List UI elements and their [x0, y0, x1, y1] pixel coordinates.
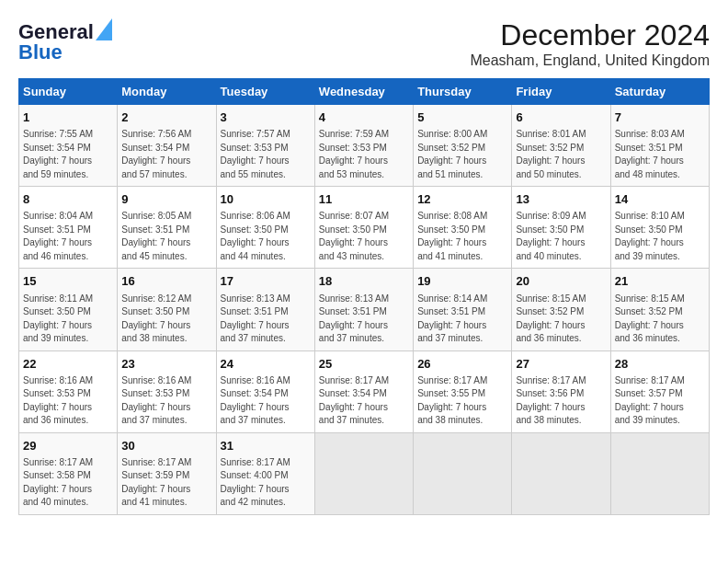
day-number: 7: [615, 109, 705, 126]
day-info: Sunrise: 7:57 AMSunset: 3:53 PMDaylight:…: [221, 128, 311, 181]
day-info: Sunrise: 8:07 AMSunset: 3:50 PMDaylight:…: [319, 210, 409, 263]
calendar-day-cell: 23Sunrise: 8:16 AMSunset: 3:53 PMDayligh…: [118, 350, 216, 432]
day-number: 11: [319, 191, 409, 208]
day-number: 13: [516, 191, 606, 208]
calendar-day-cell: 31Sunrise: 8:17 AMSunset: 4:00 PMDayligh…: [216, 432, 314, 514]
day-number: 27: [516, 356, 606, 373]
calendar-week-row: 29Sunrise: 8:17 AMSunset: 3:58 PMDayligh…: [19, 432, 710, 514]
day-info: Sunrise: 8:13 AMSunset: 3:51 PMDaylight:…: [221, 293, 311, 346]
day-number: 18: [319, 273, 409, 290]
calendar-header: SundayMondayTuesdayWednesdayThursdayFrid…: [19, 79, 710, 105]
day-info: Sunrise: 8:05 AMSunset: 3:51 PMDaylight:…: [121, 210, 211, 263]
day-number: 2: [121, 109, 211, 126]
logo-blue: Blue: [18, 42, 112, 63]
calendar-day-cell: 25Sunrise: 8:17 AMSunset: 3:54 PMDayligh…: [314, 350, 413, 432]
calendar-day-cell: 22Sunrise: 8:16 AMSunset: 3:53 PMDayligh…: [19, 350, 118, 432]
day-number: 10: [221, 191, 311, 208]
day-info: Sunrise: 8:17 AMSunset: 3:58 PMDaylight:…: [23, 456, 113, 510]
calendar-day-cell: 24Sunrise: 8:16 AMSunset: 3:54 PMDayligh…: [216, 350, 314, 432]
day-info: Sunrise: 8:03 AMSunset: 3:51 PMDaylight:…: [615, 128, 705, 181]
day-number: 25: [319, 356, 409, 373]
day-info: Sunrise: 8:09 AMSunset: 3:50 PMDaylight:…: [516, 210, 606, 263]
page-title: December 2024: [470, 18, 710, 52]
day-info: Sunrise: 8:16 AMSunset: 3:53 PMDaylight:…: [23, 374, 113, 428]
day-info: Sunrise: 8:11 AMSunset: 3:50 PMDaylight:…: [23, 293, 113, 346]
day-number: 17: [221, 273, 311, 290]
day-info: Sunrise: 8:06 AMSunset: 3:50 PMDaylight:…: [221, 210, 311, 263]
day-info: Sunrise: 8:17 AMSunset: 3:55 PMDaylight:…: [417, 374, 507, 428]
day-number: 31: [221, 438, 311, 454]
day-info: Sunrise: 8:15 AMSunset: 3:52 PMDaylight:…: [516, 293, 606, 346]
calendar-day-cell: 27Sunrise: 8:17 AMSunset: 3:56 PMDayligh…: [512, 350, 610, 432]
logo-arrow-icon: [96, 18, 112, 40]
calendar-day-cell: 1Sunrise: 7:55 AMSunset: 3:54 PMDaylight…: [19, 105, 118, 187]
calendar-header-cell: Saturday: [610, 79, 709, 105]
day-info: Sunrise: 8:17 AMSunset: 4:00 PMDaylight:…: [221, 456, 311, 510]
day-number: 23: [121, 356, 211, 373]
calendar-day-cell: 20Sunrise: 8:15 AMSunset: 3:52 PMDayligh…: [512, 269, 610, 350]
day-info: Sunrise: 8:17 AMSunset: 3:56 PMDaylight:…: [516, 374, 606, 428]
calendar-day-cell: 15Sunrise: 8:11 AMSunset: 3:50 PMDayligh…: [19, 269, 118, 350]
day-number: 6: [516, 109, 606, 126]
day-number: 30: [121, 438, 211, 454]
day-info: Sunrise: 8:15 AMSunset: 3:52 PMDaylight:…: [615, 293, 705, 346]
calendar-day-cell: [610, 432, 709, 514]
calendar-day-cell: 6Sunrise: 8:01 AMSunset: 3:52 PMDaylight…: [512, 105, 610, 187]
day-number: 4: [319, 109, 409, 126]
day-info: Sunrise: 8:04 AMSunset: 3:51 PMDaylight:…: [23, 210, 113, 263]
calendar-day-cell: 4Sunrise: 7:59 AMSunset: 3:53 PMDaylight…: [314, 105, 413, 187]
calendar-header-cell: Tuesday: [216, 79, 314, 105]
calendar-day-cell: 8Sunrise: 8:04 AMSunset: 3:51 PMDaylight…: [19, 187, 118, 269]
day-number: 22: [23, 356, 113, 373]
day-info: Sunrise: 8:14 AMSunset: 3:51 PMDaylight:…: [417, 293, 507, 346]
day-number: 28: [615, 356, 705, 373]
calendar-day-cell: 21Sunrise: 8:15 AMSunset: 3:52 PMDayligh…: [610, 269, 709, 350]
calendar-week-row: 15Sunrise: 8:11 AMSunset: 3:50 PMDayligh…: [19, 269, 710, 350]
calendar-day-cell: 10Sunrise: 8:06 AMSunset: 3:50 PMDayligh…: [216, 187, 314, 269]
calendar-day-cell: 14Sunrise: 8:10 AMSunset: 3:50 PMDayligh…: [610, 187, 709, 269]
calendar-day-cell: 5Sunrise: 8:00 AMSunset: 3:52 PMDaylight…: [414, 105, 512, 187]
calendar-week-row: 22Sunrise: 8:16 AMSunset: 3:53 PMDayligh…: [19, 350, 710, 432]
day-info: Sunrise: 7:55 AMSunset: 3:54 PMDaylight:…: [23, 128, 113, 181]
calendar-week-row: 8Sunrise: 8:04 AMSunset: 3:51 PMDaylight…: [19, 187, 710, 269]
day-number: 19: [417, 273, 507, 290]
calendar-week-row: 1Sunrise: 7:55 AMSunset: 3:54 PMDaylight…: [19, 105, 710, 187]
calendar-day-cell: 7Sunrise: 8:03 AMSunset: 3:51 PMDaylight…: [610, 105, 709, 187]
calendar-header-cell: Thursday: [414, 79, 512, 105]
calendar-day-cell: [314, 432, 413, 514]
day-number: 20: [516, 273, 606, 290]
calendar-header-cell: Sunday: [19, 79, 118, 105]
day-info: Sunrise: 8:08 AMSunset: 3:50 PMDaylight:…: [417, 210, 507, 263]
day-info: Sunrise: 8:12 AMSunset: 3:50 PMDaylight:…: [121, 293, 211, 346]
day-info: Sunrise: 8:16 AMSunset: 3:53 PMDaylight:…: [121, 374, 211, 428]
calendar-day-cell: [414, 432, 512, 514]
calendar-day-cell: 19Sunrise: 8:14 AMSunset: 3:51 PMDayligh…: [414, 269, 512, 350]
title-block: December 2024 Measham, England, United K…: [470, 18, 710, 69]
day-number: 5: [417, 109, 507, 126]
calendar-day-cell: [512, 432, 610, 514]
day-number: 3: [221, 109, 311, 126]
page-subtitle: Measham, England, United Kingdom: [470, 52, 710, 69]
day-number: 9: [121, 191, 211, 208]
calendar-header-cell: Monday: [118, 79, 216, 105]
day-info: Sunrise: 8:00 AMSunset: 3:52 PMDaylight:…: [417, 128, 507, 181]
logo: General Blue: [18, 18, 112, 63]
page-header: General Blue December 2024 Measham, Engl…: [18, 18, 710, 69]
calendar-header-cell: Wednesday: [314, 79, 413, 105]
day-number: 8: [23, 191, 113, 208]
day-info: Sunrise: 8:16 AMSunset: 3:54 PMDaylight:…: [221, 374, 311, 428]
calendar-day-cell: 11Sunrise: 8:07 AMSunset: 3:50 PMDayligh…: [314, 187, 413, 269]
calendar-header-cell: Friday: [512, 79, 610, 105]
day-number: 26: [417, 356, 507, 373]
day-number: 14: [615, 191, 705, 208]
calendar-day-cell: 28Sunrise: 8:17 AMSunset: 3:57 PMDayligh…: [610, 350, 709, 432]
calendar-day-cell: 17Sunrise: 8:13 AMSunset: 3:51 PMDayligh…: [216, 269, 314, 350]
day-info: Sunrise: 8:13 AMSunset: 3:51 PMDaylight:…: [319, 293, 409, 346]
calendar-day-cell: 30Sunrise: 8:17 AMSunset: 3:59 PMDayligh…: [118, 432, 216, 514]
day-info: Sunrise: 8:17 AMSunset: 3:54 PMDaylight:…: [319, 374, 409, 428]
calendar-day-cell: 2Sunrise: 7:56 AMSunset: 3:54 PMDaylight…: [118, 105, 216, 187]
day-info: Sunrise: 8:17 AMSunset: 3:57 PMDaylight:…: [615, 374, 705, 428]
day-info: Sunrise: 7:56 AMSunset: 3:54 PMDaylight:…: [121, 128, 211, 181]
calendar-day-cell: 26Sunrise: 8:17 AMSunset: 3:55 PMDayligh…: [414, 350, 512, 432]
day-number: 21: [615, 273, 705, 290]
